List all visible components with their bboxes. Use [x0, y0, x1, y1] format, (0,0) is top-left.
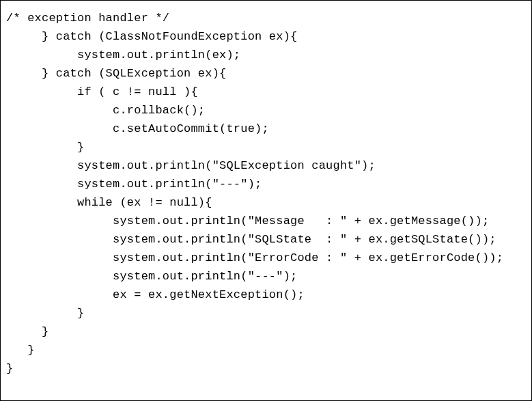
code-line: } catch (ClassNotFoundException ex){ [6, 30, 297, 43]
code-line: system.out.println("---"); [6, 178, 262, 191]
code-line: } catch (SQLException ex){ [6, 67, 226, 80]
code-line: /* exception handler */ [6, 12, 169, 25]
code-line: c.setAutoCommit(true); [6, 122, 269, 135]
code-line: while (ex != null){ [6, 196, 212, 209]
code-line: ex = ex.getNextException(); [6, 288, 305, 301]
code-line: } [6, 307, 84, 320]
code-line: system.out.println("ErrorCode : " + ex.g… [6, 251, 503, 264]
code-block: /* exception handler */ } catch (ClassNo… [0, 0, 532, 401]
code-line: c.rollback(); [6, 104, 205, 117]
code-line: } [6, 325, 48, 338]
code-line: } [6, 362, 13, 375]
code-line: } [6, 141, 84, 154]
code-line: system.out.println("---"); [6, 270, 297, 283]
code-line: system.out.println(ex); [6, 49, 240, 61]
code-line: if ( c != null ){ [6, 85, 198, 98]
code-line: system.out.println("SQLException caught"… [6, 159, 376, 172]
code-line: system.out.println("SQLState : " + ex.ge… [6, 233, 496, 246]
code-line: } [6, 344, 35, 357]
code-line: system.out.println("Message : " + ex.get… [6, 215, 489, 227]
